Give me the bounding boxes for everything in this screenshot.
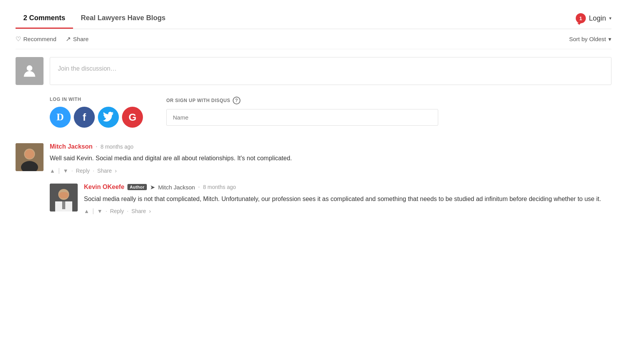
twitter-bird-icon (103, 112, 114, 123)
downvote-button-kevin[interactable]: ▼ (97, 208, 103, 214)
comment-input-area: Join the discussion… (16, 49, 611, 93)
twitter-login-button[interactable] (98, 107, 119, 128)
share-chevron: › (115, 168, 117, 174)
login-with-section: LOG IN WITH D f G (50, 97, 143, 128)
tab-comments[interactable]: 2 Comments (16, 8, 73, 29)
kevin-avatar-image (50, 184, 78, 211)
comments-section: Mitch Jackson · 8 months ago Well said K… (16, 135, 611, 232)
disqus-icon: D (57, 111, 64, 123)
comment-text-kevin: Social media really is not that complica… (84, 194, 611, 204)
header-tabs: 2 Comments Real Lawyers Have Blogs (16, 8, 576, 29)
google-icon: G (129, 111, 136, 123)
comment-item-nested: Kevin OKeefe Author ➤ Mitch Jackson · 8 … (50, 184, 611, 215)
login-with-label: LOG IN WITH (50, 97, 143, 102)
recommend-label: Recommend (23, 36, 56, 42)
comment-header: Mitch Jackson · 8 months ago (50, 143, 611, 150)
comment-input[interactable]: Join the discussion… (50, 57, 611, 85)
downvote-button[interactable]: ▼ (63, 168, 68, 174)
google-login-button[interactable]: G (122, 107, 143, 128)
share-button[interactable]: ↗ Share (66, 35, 89, 43)
facebook-icon: f (83, 111, 86, 123)
heart-icon: ♡ (16, 35, 21, 43)
author-badge: Author (127, 184, 147, 190)
toolbar-left: ♡ Recommend ↗ Share (16, 35, 569, 43)
facebook-login-button[interactable]: f (74, 107, 95, 128)
comment-author-name-kevin[interactable]: Kevin OKeefe (84, 184, 124, 191)
sort-label: Sort by Oldest (569, 36, 606, 42)
auth-area: LOG IN WITH D f G OR SI (16, 93, 611, 135)
login-button[interactable]: 1 Login ▾ (576, 13, 611, 23)
svg-point-0 (27, 65, 33, 71)
comment-body: Mitch Jackson · 8 months ago Well said K… (50, 143, 611, 174)
reply-to-name: Mitch Jackson (158, 184, 195, 191)
share-icon: ↗ (66, 35, 71, 43)
reply-button-kevin[interactable]: Reply (110, 208, 124, 214)
comment-timestamp: 8 months ago (101, 144, 134, 150)
sort-dropdown[interactable]: Sort by Oldest ▾ (569, 36, 611, 43)
comment-actions-kevin: ▲ | ▼ · Reply · Share › (84, 208, 611, 215)
recommend-button[interactable]: ♡ Recommend (16, 35, 56, 43)
svg-rect-9 (59, 192, 68, 198)
mitch-avatar-image (16, 143, 44, 171)
person-icon (21, 62, 38, 80)
share-label: Share (73, 36, 89, 42)
social-icons-group: D f G (50, 107, 143, 128)
login-label: Login (589, 14, 606, 23)
comment-body-kevin: Kevin OKeefe Author ➤ Mitch Jackson · 8 … (84, 184, 611, 215)
tab-blog[interactable]: Real Lawyers Have Blogs (73, 8, 173, 29)
comment-actions: ▲ | ▼ · Reply · Share › (50, 167, 611, 174)
comment-item: Mitch Jackson · 8 months ago Well said K… (16, 143, 611, 174)
comment-text: Well said Kevin. Social media and digita… (50, 153, 611, 163)
svg-rect-11 (62, 201, 65, 209)
disqus-login-button[interactable]: D (50, 107, 71, 128)
share-link-kevin[interactable]: Share (131, 208, 146, 214)
commenter-avatar-kevin (50, 184, 78, 211)
user-avatar-placeholder (16, 57, 44, 85)
toolbar: ♡ Recommend ↗ Share Sort by Oldest ▾ (16, 29, 611, 49)
upvote-button-kevin[interactable]: ▲ (84, 208, 89, 214)
share-link[interactable]: Share (97, 168, 111, 174)
chevron-down-icon: ▾ (609, 16, 611, 21)
help-icon[interactable]: ? (233, 97, 240, 104)
header-right: 1 Login ▾ (576, 13, 611, 23)
comments-header: 2 Comments Real Lawyers Have Blogs 1 Log… (16, 8, 611, 29)
comment-timestamp-kevin: 8 months ago (203, 184, 236, 190)
commenter-avatar (16, 143, 44, 171)
signup-section: OR SIGN UP WITH DISQUS ? (166, 97, 611, 126)
name-input[interactable] (166, 109, 438, 126)
notification-badge: 1 (576, 13, 586, 23)
sort-chevron-icon: ▾ (608, 36, 611, 43)
signup-label: OR SIGN UP WITH DISQUS ? (166, 97, 611, 104)
upvote-button[interactable]: ▲ (50, 168, 55, 174)
comment-author-name[interactable]: Mitch Jackson (50, 143, 92, 150)
reply-arrow-icon: ➤ (150, 184, 155, 191)
reply-button[interactable]: Reply (76, 168, 90, 174)
share-chevron-kevin: › (149, 208, 151, 214)
svg-rect-5 (25, 152, 34, 158)
comment-header-kevin: Kevin OKeefe Author ➤ Mitch Jackson · 8 … (84, 184, 611, 191)
